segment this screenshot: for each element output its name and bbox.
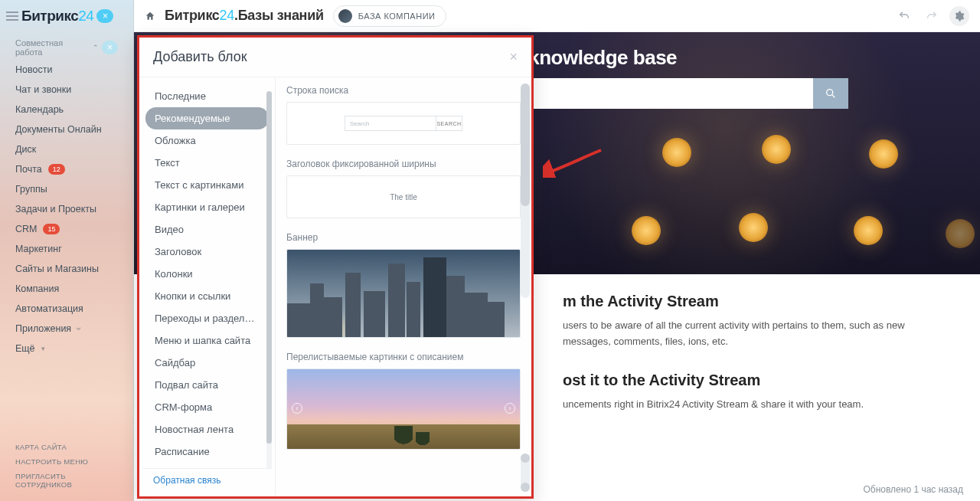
category-item[interactable]: Картинки и галереи [145, 196, 269, 218]
sidebar-item-label: Чат и звонки [15, 84, 71, 95]
redo-button[interactable] [922, 6, 942, 26]
scrollbar[interactable] [521, 84, 530, 298]
category-item[interactable]: Подвал сайта [145, 374, 269, 396]
scrollbar-bottom[interactable] [521, 454, 530, 492]
home-icon[interactable] [145, 11, 155, 21]
category-item[interactable]: Текст [145, 152, 269, 174]
sidebar-item[interactable]: Задачи и Проекты [0, 199, 133, 219]
breadcrumb-p3: .Базы знаний [234, 8, 324, 23]
category-item[interactable]: CRM-форма [145, 396, 269, 418]
hamburger-icon[interactable] [6, 11, 18, 21]
category-item[interactable]: Новостная лента [145, 418, 269, 440]
block-card-banner[interactable]: Баннер [286, 232, 521, 338]
scrollbar[interactable] [266, 91, 272, 468]
sidebar-item[interactable]: Приложения› [0, 319, 133, 339]
topbar: Битрикс24.Базы знаний БАЗА КОМПАНИИ [134, 0, 980, 32]
category-item[interactable]: Последние [145, 85, 269, 107]
sidebar-item[interactable]: CRM15 [0, 219, 133, 239]
logo-row: Битрикс24 × [0, 0, 133, 32]
category-item[interactable]: Обложка [145, 129, 269, 152]
sidebar-item-label: Документы Онлайн [15, 124, 102, 135]
badge: 12 [48, 164, 65, 175]
sidebar-item[interactable]: Маркетинг [0, 239, 133, 259]
sidebar-nav: НовостиЧат и звонкиКалендарьДокументы Он… [0, 60, 133, 359]
block-card-search[interactable]: Строка поиска Search SEARCH [286, 85, 521, 145]
section-body-2: uncements right in Bitrix24 Activity Str… [563, 397, 949, 413]
category-scroll: ПоследниеРекомендуемыеОбложкаТекстТекст … [142, 85, 272, 468]
category-item[interactable]: Переходы и разделит... [145, 307, 269, 329]
sidebar-item-label: Задачи и Проекты [15, 204, 96, 214]
category-item[interactable]: Текст с картинками [145, 174, 269, 196]
sidebar-section-close[interactable]: × [102, 41, 118, 54]
block-title: Перелистываемые картинки с описанием [286, 352, 521, 362]
category-item[interactable]: Рекомендуемые [145, 107, 269, 129]
badge: 15 [43, 224, 60, 234]
sidebar-item-label: Диск [15, 144, 36, 155]
sidebar-item-label: Новости [15, 64, 52, 75]
category-list: ПоследниеРекомендуемыеОбложкаТекстТекст … [142, 85, 272, 468]
breadcrumb: Битрикс24.Базы знаний [165, 8, 324, 24]
block-preview: Search SEARCH [286, 102, 521, 145]
undo-button[interactable] [894, 6, 914, 26]
sidebar-item-label: Почта [15, 164, 42, 175]
avatar [338, 9, 352, 23]
block-card-title[interactable]: Заголовок фиксированной ширины The title [286, 159, 521, 218]
section-title-2: ost it to the Activity Stream [563, 372, 760, 389]
sidebar-item[interactable]: Компания [0, 279, 133, 299]
svg-point-0 [826, 90, 832, 96]
modal-body: ПоследниеРекомендуемыеОбложкаТекстТекст … [139, 77, 531, 496]
add-block-modal: Добавить блок × ПоследниеРекомендуемыеОб… [137, 35, 534, 499]
company-chip-label: БАЗА КОМПАНИИ [358, 11, 436, 21]
category-item[interactable]: Видео [145, 218, 269, 241]
sidebar-item[interactable]: Календарь [0, 100, 133, 120]
sidebar-item-label: Группы [15, 184, 47, 195]
chevron-down-icon: ▾ [41, 345, 45, 352]
block-card-slider[interactable]: Перелистываемые картинки с описанием ‹ › [286, 352, 521, 450]
category-item[interactable]: Меню и шапка сайта [145, 329, 269, 352]
sidebar-item[interactable]: Новости [0, 60, 133, 80]
block-title: Строка поиска [286, 85, 521, 96]
feedback-link[interactable]: Обратная связь [142, 468, 272, 492]
scrollbar-thumb[interactable] [266, 91, 272, 444]
block-title: Заголовок фиксированной ширины [286, 159, 521, 169]
block-title: Баннер [286, 232, 521, 243]
category-item[interactable]: Колонки [145, 263, 269, 285]
sidebar-item[interactable]: Почта12 [0, 159, 133, 179]
sidebar-item-label: Ещё [15, 343, 35, 354]
sidebar-item[interactable]: Документы Онлайн [0, 120, 133, 139]
sidebar-item-label: Приложения [15, 323, 71, 334]
annotation-arrow-icon [543, 147, 604, 178]
category-item[interactable]: Интернет-магазин [145, 463, 269, 468]
category-item[interactable]: Заголовок [145, 241, 269, 263]
search-button[interactable] [813, 78, 848, 109]
logo[interactable]: Битрикс24 [21, 8, 93, 25]
category-item[interactable]: Сайдбар [145, 352, 269, 374]
sidebar-bottom-item[interactable]: КАРТА САЙТА [0, 440, 133, 454]
breadcrumb-p2: 24 [220, 8, 234, 23]
block-preview [286, 249, 521, 338]
sidebar-section-header[interactable]: Совместная работа ⌃ × [0, 32, 133, 60]
sidebar-item[interactable]: Ещё▾ [0, 339, 133, 359]
sidebar-bottom: КАРТА САЙТАНАСТРОИТЬ МЕНЮПРИГЛАСИТЬ СОТР… [0, 440, 133, 492]
sidebar-bottom-item[interactable]: ПРИГЛАСИТЬ СОТРУДНИКОВ [0, 469, 133, 492]
block-preview: ‹ › [286, 368, 521, 450]
sidebar-item[interactable]: Диск [0, 139, 133, 159]
logo-part2: 24 [78, 8, 93, 24]
section-heading-2: ost it to the Activity Stream [563, 372, 949, 389]
sidebar-bottom-item[interactable]: НАСТРОИТЬ МЕНЮ [0, 454, 133, 469]
chevron-up-icon: ⌃ [93, 44, 99, 51]
sidebar-dismiss-button[interactable]: × [96, 9, 113, 23]
sidebar-section-label: Совместная работа [15, 38, 90, 57]
scrollbar-thumb[interactable] [521, 84, 530, 206]
settings-button[interactable] [949, 6, 969, 26]
category-item[interactable]: Расписание [145, 440, 269, 463]
sidebar-item[interactable]: Чат и звонки [0, 80, 133, 100]
sidebar-item[interactable]: Автоматизация [0, 299, 133, 319]
sidebar-item[interactable]: Группы [0, 179, 133, 199]
category-item[interactable]: Кнопки и ссылки [145, 285, 269, 307]
company-chip[interactable]: БАЗА КОМПАНИИ [333, 5, 447, 27]
sidebar-item-label: CRM [15, 224, 37, 234]
sidebar-item-label: Календарь [15, 104, 64, 115]
close-button[interactable]: × [509, 49, 518, 65]
sidebar-item[interactable]: Сайты и Магазины [0, 259, 133, 279]
